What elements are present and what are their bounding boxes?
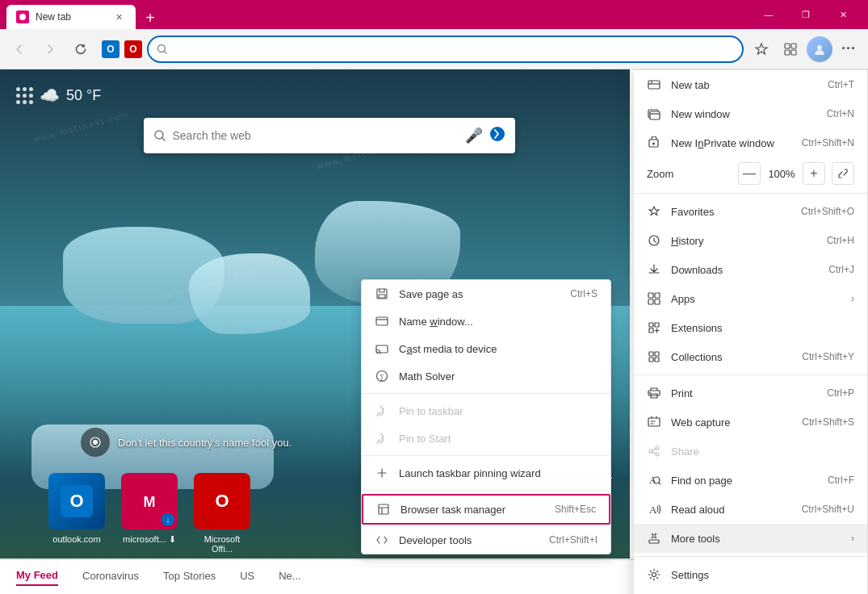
dd-share[interactable]: Share <box>634 437 867 466</box>
dd-apps[interactable]: Apps › <box>634 284 867 313</box>
dd-web-capture[interactable]: Web capture Ctrl+Shift+S <box>634 408 867 437</box>
developer-tools-icon <box>375 533 389 547</box>
feed-nav-us[interactable]: US <box>240 570 254 585</box>
maximize-button[interactable]: ❐ <box>787 0 824 29</box>
favorites-button[interactable] <box>748 36 774 62</box>
dd-apps-label: Apps <box>671 293 695 305</box>
app-icon-office[interactable]: O Microsoft Offi... <box>194 473 250 554</box>
read-aloud-icon: A <box>647 502 661 517</box>
mic-icon[interactable]: 🎤 <box>465 127 483 144</box>
dd-find[interactable]: A Find on page Ctrl+F <box>634 466 867 495</box>
zoom-in-button[interactable]: + <box>803 162 825 185</box>
dd-read-aloud-shortcut: Ctrl+Shift+U <box>802 504 854 515</box>
math-solver-icon: ∑ <box>375 369 389 383</box>
more-button[interactable]: ··· <box>836 36 862 62</box>
minimize-button[interactable]: — <box>750 0 787 29</box>
active-tab[interactable]: New tab ✕ <box>6 5 136 29</box>
dd-inprivate[interactable]: New InPrivate window Ctrl+Shift+N <box>634 128 867 157</box>
ctx-pin-taskbar[interactable]: Pin to taskbar <box>362 397 610 425</box>
dd-downloads[interactable]: Downloads Ctrl+J <box>634 255 867 284</box>
dd-read-aloud-label: Read aloud <box>671 504 725 516</box>
svg-rect-7 <box>791 44 796 48</box>
content-search-icon <box>153 129 166 142</box>
feed-nav-coronavirus[interactable]: Coronavirus <box>82 570 139 585</box>
dd-new-window[interactable]: New window Ctrl+N <box>634 99 867 128</box>
svg-point-47 <box>649 392 651 394</box>
web-capture-icon <box>647 415 661 429</box>
content-search-bar[interactable]: 🎤 <box>144 118 515 153</box>
dd-collections-label: Collections <box>671 351 723 363</box>
back-button[interactable] <box>6 36 32 62</box>
ctx-developer-tools[interactable]: Developer tools Ctrl+Shift+I <box>362 526 610 554</box>
svg-text:O: O <box>69 491 83 511</box>
app-label-outlook: outlook.com <box>52 534 100 544</box>
dd-downloads-label: Downloads <box>671 264 723 276</box>
zoom-row: Zoom — 100% + <box>634 157 867 190</box>
dd-read-aloud[interactable]: A Read aloud Ctrl+Shift+U <box>634 495 867 524</box>
feed-nav-topstories[interactable]: Top Stories <box>163 570 216 585</box>
share-dd-icon <box>647 444 661 458</box>
tab-close-button[interactable]: ✕ <box>111 10 126 24</box>
refresh-button[interactable] <box>68 36 94 62</box>
ctx-pin-start[interactable]: Pin to Start <box>362 425 610 452</box>
feed-nav-more[interactable]: Ne... <box>279 570 300 585</box>
dd-extensions[interactable]: Extensions <box>634 313 867 342</box>
find-dd-icon: A <box>647 473 661 487</box>
feed-nav-myfeed[interactable]: My Feed <box>16 569 58 586</box>
dd-new-tab[interactable]: New tab Ctrl+T <box>634 70 867 99</box>
nav-icons: ··· <box>748 36 862 62</box>
dd-settings[interactable]: Settings <box>634 560 867 589</box>
close-button[interactable]: ✕ <box>824 0 862 29</box>
app-icon-microsoft[interactable]: M ↓ microsoft... ⬇ <box>121 473 178 554</box>
ctx-cast-media[interactable]: Cast media to device <box>362 335 610 362</box>
svg-rect-24 <box>379 295 385 298</box>
apps-grid-icon[interactable] <box>16 87 33 104</box>
ctx-launch-wizard[interactable]: Launch taskbar pinning wizard <box>362 459 610 487</box>
new-tab-button[interactable]: + <box>139 6 161 29</box>
content-search-input[interactable] <box>173 129 459 142</box>
profile-button[interactable] <box>807 36 832 62</box>
forward-button[interactable] <box>37 36 63 62</box>
dd-web-capture-label: Web capture <box>671 416 730 429</box>
address-bar[interactable] <box>147 36 744 63</box>
zoom-expand-button[interactable] <box>832 162 854 185</box>
bing-search-icon[interactable] <box>489 126 505 146</box>
address-input[interactable] <box>174 43 734 56</box>
svg-point-34 <box>652 143 655 145</box>
app-icon-outlook[interactable]: O outlook.com <box>48 473 105 554</box>
svg-rect-9 <box>791 50 796 55</box>
downloads-dd-icon <box>647 262 661 277</box>
news-item-1[interactable]: Don't let this country's name fool you. <box>81 428 291 457</box>
svg-point-0 <box>19 14 26 20</box>
office-icon-1[interactable]: O <box>102 40 120 58</box>
ctx-math-solver[interactable]: ∑ Math Solver <box>362 362 610 390</box>
zoom-label: Zoom <box>647 168 732 180</box>
dd-history[interactable]: History Ctrl+H <box>634 226 867 255</box>
name-window-icon <box>375 314 389 328</box>
dd-history-shortcut: Ctrl+H <box>827 235 854 246</box>
ctx-divider-3 <box>362 490 610 491</box>
dd-more-tools[interactable]: More tools › <box>634 524 867 553</box>
collections-button[interactable] <box>778 36 803 62</box>
pin-taskbar-icon <box>375 404 389 418</box>
ctx-browser-task-manager-label: Browser task manager <box>400 504 505 516</box>
dd-help[interactable]: Help and feedback › <box>634 589 867 594</box>
ctx-name-window-label: Name window... <box>399 316 473 328</box>
zoom-out-button[interactable]: — <box>738 162 761 185</box>
dd-new-window-shortcut: Ctrl+N <box>827 108 854 119</box>
ctx-save-page[interactable]: Save page as Ctrl+S <box>362 280 610 307</box>
ctx-browser-task-manager[interactable]: Browser task manager Shift+Esc <box>362 494 610 525</box>
office-icon-2[interactable]: O <box>124 40 142 58</box>
svg-rect-30 <box>648 81 660 89</box>
svg-point-49 <box>656 446 659 450</box>
dd-collections[interactable]: Collections Ctrl+Shift+Y <box>634 342 867 371</box>
news-text-1: Don't let this country's name fool you. <box>118 437 291 449</box>
dd-print[interactable]: Print Ctrl+P <box>634 379 867 408</box>
ctx-name-window[interactable]: Name window... <box>362 307 610 335</box>
dd-history-label: History <box>671 235 703 247</box>
dd-collections-shortcut: Ctrl+Shift+Y <box>802 351 854 362</box>
weather-widget: ☁️ 50 °F <box>16 86 101 105</box>
dd-favorites[interactable]: Favorites Ctrl+Shift+O <box>634 197 867 226</box>
tab-title: New tab <box>36 11 71 23</box>
ctx-developer-tools-label: Developer tools <box>399 534 472 546</box>
